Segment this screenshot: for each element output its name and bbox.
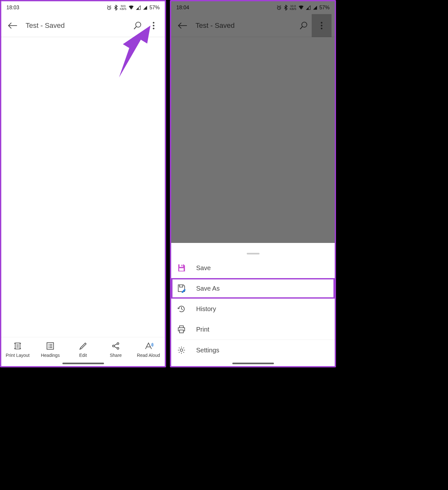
print-layout-button[interactable]: Print Layout	[3, 341, 32, 358]
svg-point-26	[180, 349, 183, 351]
search-button[interactable]	[130, 18, 146, 34]
svg-rect-25	[180, 330, 183, 333]
headings-icon	[45, 341, 55, 351]
menu-save[interactable]: Save	[171, 258, 335, 278]
home-indicator[interactable]	[171, 360, 335, 366]
battery-text: 57%	[149, 5, 160, 11]
print-layout-label: Print Layout	[6, 353, 30, 358]
screenshot-left: 18:03 503 KB/S 57% Test - Saved	[0, 0, 166, 367]
menu-save-as-label: Save As	[196, 285, 220, 292]
svg-point-10	[117, 343, 119, 345]
search-icon	[133, 21, 142, 30]
menu-save-label: Save	[196, 264, 211, 272]
app-header: Test - Saved	[1, 14, 165, 37]
home-indicator[interactable]	[1, 360, 165, 366]
menu-save-as[interactable]: Save As	[171, 278, 335, 299]
document-area[interactable]	[1, 37, 165, 337]
svg-rect-22	[180, 285, 183, 287]
status-bar: 18:03 503 KB/S 57%	[1, 1, 165, 14]
svg-point-4	[153, 22, 155, 23]
headings-button[interactable]: Headings	[36, 341, 65, 358]
share-button[interactable]: Share	[101, 341, 130, 358]
history-icon	[177, 304, 186, 313]
menu-history-label: History	[196, 305, 216, 313]
more-vertical-icon	[153, 22, 155, 29]
signal-2-icon	[143, 5, 148, 10]
svg-point-2	[132, 8, 133, 9]
edit-label: Edit	[79, 353, 87, 358]
sheet-drag-handle[interactable]	[171, 250, 335, 258]
screenshot-right: 18:04 10.0 KB/S 57% Test - Saved	[170, 0, 336, 367]
read-aloud-icon	[144, 341, 153, 351]
settings-icon	[177, 346, 186, 355]
print-icon	[177, 325, 186, 334]
svg-point-3	[136, 22, 141, 27]
save-as-icon	[177, 284, 186, 293]
menu-settings-label: Settings	[196, 347, 219, 354]
signal-1-icon	[136, 5, 141, 10]
back-button[interactable]	[4, 18, 20, 34]
svg-rect-20	[181, 265, 182, 266]
svg-rect-21	[179, 268, 184, 271]
headings-label: Headings	[41, 353, 60, 358]
status-right-cluster: 503 KB/S 57%	[106, 5, 160, 11]
svg-point-5	[153, 25, 155, 26]
svg-point-11	[117, 348, 119, 349]
edit-button[interactable]: Edit	[68, 341, 97, 358]
status-time: 18:03	[6, 5, 19, 11]
svg-rect-19	[180, 264, 183, 267]
edit-icon	[78, 341, 88, 351]
menu-print[interactable]: Print	[171, 319, 335, 340]
save-icon	[177, 263, 186, 272]
modal-scrim[interactable]	[171, 1, 335, 243]
svg-point-6	[153, 28, 155, 29]
alarm-icon	[106, 5, 112, 11]
bluetooth-icon	[114, 5, 118, 11]
network-speed: 503 KB/S	[120, 5, 126, 11]
menu-history[interactable]: History	[171, 299, 335, 319]
bottom-toolbar: Print Layout Headings Edit Share Read Al…	[1, 337, 165, 360]
share-label: Share	[110, 353, 122, 358]
menu-print-label: Print	[196, 326, 209, 333]
more-button[interactable]	[146, 18, 162, 34]
menu-settings[interactable]: Settings	[171, 340, 335, 360]
read-aloud-button[interactable]: Read Aloud	[134, 341, 163, 358]
overflow-menu-sheet: Save Save As History Print Settings	[171, 250, 335, 360]
page-title: Test - Saved	[26, 21, 130, 30]
wifi-icon	[128, 5, 134, 10]
print-layout-icon	[13, 341, 22, 351]
share-icon	[111, 341, 121, 351]
read-aloud-label: Read Aloud	[137, 353, 160, 358]
svg-point-9	[112, 345, 114, 347]
back-arrow-icon	[8, 22, 17, 29]
